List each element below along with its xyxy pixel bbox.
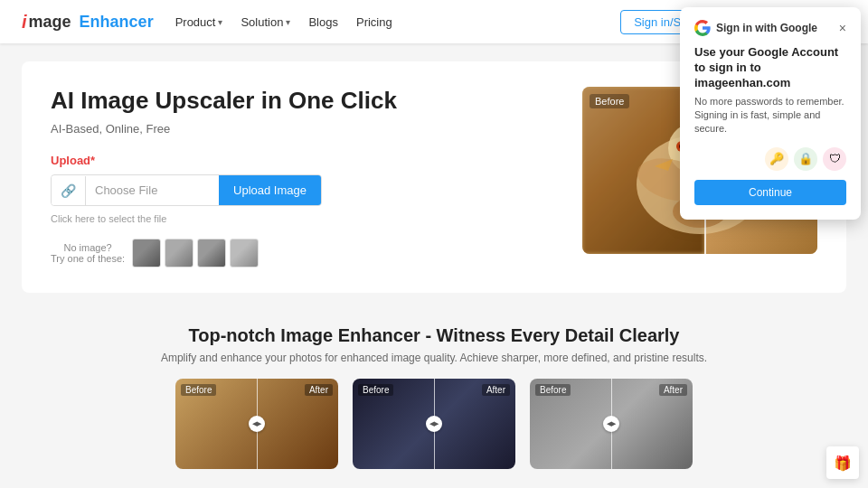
sample-thumb-4[interactable] — [230, 239, 259, 267]
preview-card-3: Before After ◀▶ — [530, 379, 693, 469]
hero-title: AI Image Upscaler in One Click — [51, 87, 561, 115]
nav-solution[interactable]: Solution ▾ — [241, 15, 290, 29]
sample-thumb-1[interactable] — [132, 239, 161, 267]
popup-continue-button[interactable]: Continue — [694, 180, 846, 205]
hero-left: AI Image Upscaler in One Click AI-Based,… — [51, 87, 561, 267]
preview-card-2: Before After ◀▶ — [353, 379, 515, 469]
sample-label-line1: No image? — [51, 242, 125, 253]
chevron-down-icon: ▾ — [286, 17, 290, 27]
sample-label-line2: Try one of these: — [51, 253, 125, 264]
nav-pricing[interactable]: Pricing — [356, 15, 392, 29]
upload-required: * — [90, 154, 95, 167]
bottom-title: Top-notch Image Enhancer - Witness Every… — [22, 325, 846, 346]
upload-icon-box: 🔗 — [52, 176, 86, 205]
chevron-down-icon: ▾ — [218, 17, 222, 27]
upload-filename: Choose File — [86, 176, 219, 204]
upload-label-text: Upload — [51, 154, 90, 167]
card1-before-label: Before — [181, 384, 216, 396]
gift-icon: 🎁 — [834, 455, 852, 472]
google-icon — [694, 20, 711, 36]
sample-row: No image? Try one of these: — [51, 239, 561, 267]
upload-label: Upload* — [51, 154, 561, 167]
upload-row: 🔗 Choose File Upload Image — [51, 174, 322, 206]
sample-thumb-2[interactable] — [165, 239, 193, 267]
bottom-section: Top-notch Image Enhancer - Witness Every… — [0, 311, 868, 478]
sample-images — [132, 239, 259, 267]
upload-hint: Click here to select the file — [51, 213, 561, 224]
link-icon: 🔗 — [61, 183, 76, 198]
before-label: Before — [590, 94, 629, 108]
card2-after-label: After — [482, 384, 510, 396]
logo-image-text: mage — [29, 13, 71, 32]
nav-product-label: Product — [175, 15, 216, 29]
popup-signin-text: Sign in with Google — [716, 22, 817, 34]
gift-button[interactable]: 🎁 — [826, 446, 859, 479]
nav-solution-label: Solution — [241, 15, 283, 29]
hero-subtitle: AI-Based, Online, Free — [51, 122, 561, 136]
card1-circle[interactable]: ◀▶ — [249, 416, 265, 432]
card3-circle[interactable]: ◀▶ — [603, 416, 619, 432]
preview-cards: Before After ◀▶ Before After ◀▶ Before A… — [22, 379, 846, 469]
popup-icons-row: 🔑 🔒 🛡 — [694, 147, 846, 171]
popup-header-left: Sign in with Google — [694, 20, 817, 36]
popup-body-title: Use your Google Account to sign in to im… — [694, 45, 846, 91]
card2-before-label: Before — [358, 384, 393, 396]
shield-icon: 🛡 — [823, 147, 846, 171]
logo[interactable]: i mage Enhancer — [22, 12, 154, 33]
sample-thumb-3[interactable] — [197, 239, 226, 267]
popup-close-button[interactable]: × — [839, 22, 846, 34]
logo-enhancer-text: Enhancer — [80, 13, 154, 32]
nav-product[interactable]: Product ▾ — [175, 15, 223, 29]
card3-after-label: After — [659, 384, 687, 396]
preview-card-1: Before After ◀▶ — [175, 379, 338, 469]
card1-after-label: After — [305, 384, 333, 396]
nav-pricing-label: Pricing — [356, 15, 392, 29]
logo-space — [73, 13, 78, 32]
key-icon: 🔑 — [765, 147, 788, 171]
nav-blogs[interactable]: Blogs — [308, 15, 338, 29]
card2-circle[interactable]: ◀▶ — [426, 416, 442, 432]
popup-header: Sign in with Google × — [694, 20, 846, 36]
nav-menu: Product ▾ Solution ▾ Blogs Pricing — [175, 15, 392, 29]
logo-i: i — [22, 12, 27, 33]
nav-blogs-label: Blogs — [308, 15, 338, 29]
upload-button[interactable]: Upload Image — [219, 175, 321, 205]
lock-icon: 🔒 — [794, 147, 817, 171]
popup-description: No more passwords to remember. Signing i… — [694, 95, 846, 136]
bottom-subtitle: Amplify and enhance your photos for enha… — [22, 352, 846, 364]
google-signin-popup: Sign in with Google × Use your Google Ac… — [680, 7, 861, 220]
sample-label: No image? Try one of these: — [51, 242, 125, 264]
card3-before-label: Before — [535, 384, 571, 396]
